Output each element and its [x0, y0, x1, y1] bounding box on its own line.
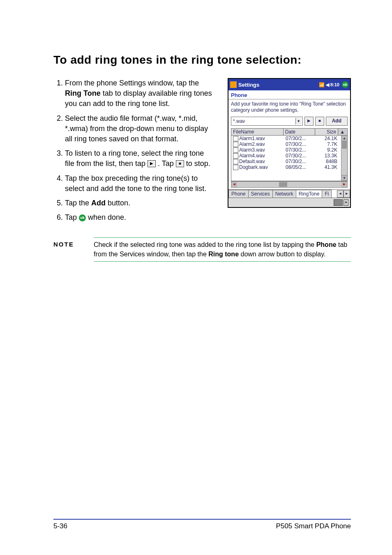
step-5: Tap the Add button. [65, 198, 215, 208]
note-body: Check if the selected ring tone was adde… [94, 237, 351, 262]
tab-scroll-left[interactable]: ◄ [337, 190, 344, 198]
table-row[interactable]: Alarm4.wav07/30/2...13.3K [231, 153, 347, 159]
window-titlebar: Settings 📶 ◀ 8:10 ok [228, 79, 350, 90]
file-size: 9.2K [316, 147, 339, 153]
scroll-thumb[interactable] [342, 141, 347, 149]
scroll-up-icon[interactable]: ▲ [338, 129, 347, 135]
status-icons: 📶 ◀ 8:10 [319, 82, 339, 88]
header-date[interactable]: Date [284, 129, 316, 135]
checkbox[interactable] [233, 165, 238, 170]
play-button[interactable]: ▶ [304, 117, 314, 126]
file-table: FileName Date Size ▲ Alarm1.wav07/30/2..… [231, 128, 348, 181]
header-size[interactable]: Size [315, 129, 338, 135]
checkbox[interactable] [233, 142, 238, 147]
table-row[interactable]: Dogbark.wav08/05/2...41.3K [231, 164, 347, 170]
header-filename[interactable]: FileName [231, 129, 284, 135]
step-6: Tap ok when done. [65, 212, 215, 223]
tab-ringtone[interactable]: RingTone [296, 190, 323, 198]
file-size: 24.1K [316, 136, 339, 141]
table-row[interactable]: Alarm1.wav07/30/2...24.1K [231, 136, 347, 141]
ok-icon: ok [79, 214, 86, 221]
file-date: 07/30/2... [284, 136, 316, 141]
file-size: 7.7K [316, 141, 339, 147]
file-name: Alarm1.wav [239, 136, 265, 141]
file-date: 07/30/2... [284, 159, 316, 164]
file-name: Alarm2.wav [239, 141, 265, 147]
play-icon: ▶ [148, 160, 156, 167]
start-icon[interactable] [230, 81, 237, 88]
step-2: Select the audio file format (*.wav, *.m… [65, 113, 215, 145]
scroll-down-button[interactable]: ▼ [341, 175, 347, 181]
tab-fi[interactable]: Fi [322, 190, 332, 198]
table-row[interactable]: Default.wav07/30/2...848B [231, 159, 347, 164]
scroll-left-button[interactable]: ◄ [231, 182, 237, 187]
table-row[interactable]: Alarm3.wav07/30/2...9.2K [231, 147, 347, 153]
step-4: Tap the box preceding the ring tone(s) t… [65, 173, 215, 194]
chevron-down-icon[interactable]: ▼ [295, 118, 302, 124]
sip-bar: ▲ [228, 198, 350, 207]
checkbox[interactable] [233, 136, 238, 141]
description-text: Add your favorite ring tone into "Ring T… [228, 99, 350, 115]
checkbox[interactable] [233, 159, 238, 164]
file-size: 848B [316, 159, 339, 164]
file-date: 07/30/2... [284, 141, 316, 147]
hscroll-thumb[interactable] [279, 182, 287, 187]
file-size: 41.3K [316, 164, 339, 170]
screenshot: Settings 📶 ◀ 8:10 ok Phone Add your favo… [228, 78, 351, 208]
note-block: NOTE Check if the selected ring tone was… [53, 237, 351, 262]
tab-network[interactable]: Network [272, 190, 296, 198]
checkbox[interactable] [233, 153, 238, 159]
tab-services[interactable]: Services [248, 190, 273, 198]
file-date: 08/05/2... [284, 164, 316, 170]
tab-scroll-right[interactable]: ► [344, 190, 350, 198]
section-label: Phone [228, 90, 350, 99]
stop-icon: ■ [176, 160, 184, 167]
file-date: 07/30/2... [284, 153, 316, 159]
sip-arrow-icon[interactable]: ▲ [344, 199, 348, 206]
page-title: To add ring tones in the ring tone selec… [53, 53, 351, 67]
file-name: Alarm3.wav [239, 147, 265, 153]
steps-list: From the phone Settings window, tap the … [53, 78, 215, 223]
file-size: 13.3K [316, 153, 339, 159]
file-date: 07/30/2... [284, 147, 316, 153]
page-footer: 5-36 P505 Smart PDA Phone [53, 519, 351, 530]
format-dropdown[interactable]: *.wav ▼ [231, 117, 303, 126]
vertical-scrollbar[interactable]: ▲ ▼ [341, 136, 347, 181]
file-name: Alarm4.wav [239, 153, 265, 159]
file-name: Dogbark.wav [239, 164, 268, 170]
ok-button[interactable]: ok [342, 81, 348, 88]
step-3: To listen to a ring tone, select the rin… [65, 148, 215, 169]
tab-phone[interactable]: Phone [228, 190, 249, 198]
keyboard-icon[interactable] [334, 199, 343, 206]
checkbox[interactable] [233, 147, 238, 153]
horizontal-scrollbar[interactable]: ◄ ► [231, 181, 348, 188]
step-1: From the phone Settings window, tap the … [65, 78, 215, 109]
table-row[interactable]: Alarm2.wav07/30/2...7.7K [231, 141, 347, 147]
window-title: Settings [238, 82, 259, 88]
stop-button[interactable]: ■ [315, 117, 324, 126]
format-value: *.wav [233, 118, 245, 124]
note-label: NOTE [53, 237, 85, 262]
product-name: P505 Smart PDA Phone [276, 522, 351, 530]
scroll-right-button[interactable]: ► [341, 182, 347, 187]
tab-strip: Phone Services Network RingTone Fi ◄ ► [228, 189, 350, 198]
table-header: FileName Date Size ▲ [231, 129, 347, 136]
add-button[interactable]: Add [326, 117, 348, 126]
page-number: 5-36 [53, 522, 67, 530]
file-name: Default.wav [239, 159, 265, 164]
scroll-up-button[interactable]: ▲ [341, 136, 347, 141]
